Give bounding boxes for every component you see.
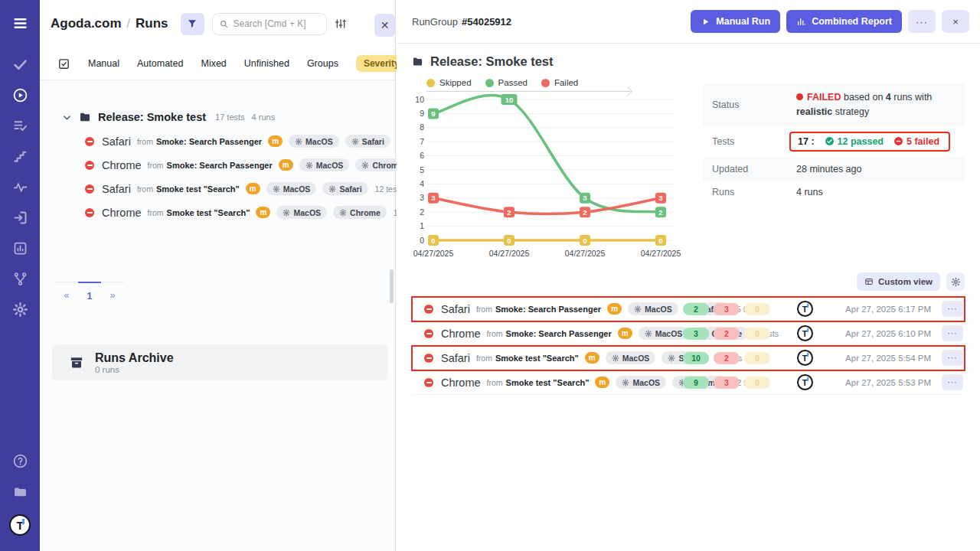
projects-folder-icon[interactable] [5,476,35,507]
combined-report-button[interactable]: Combined Report [786,10,902,33]
run-group-row[interactable]: Release: Smoke test 17 tests 4 runs [40,105,395,129]
branches-icon[interactable] [5,263,35,294]
runs-archive-bar[interactable]: Runs Archive 0 runs [52,344,388,380]
tab-unfinished[interactable]: Unfinished [244,58,289,69]
run-name[interactable]: Safari [441,352,470,364]
analytics-bar-chart-icon[interactable] [5,233,35,263]
runs-panel-content: Release: Smoke test 17 tests 4 runs Safa… [40,80,395,551]
tests-passed: 12 passed [825,136,884,147]
avatar: T [797,325,813,341]
check-circle-icon [825,136,835,146]
runs-list-panel: Agoda.com / Runs ✕ Manual Automated Mixe… [40,0,396,551]
pagination-page-1[interactable]: 1 [78,282,101,302]
row-more-button[interactable]: ··· [942,301,963,317]
result-counts: 10 2 0 [683,352,784,364]
table-row[interactable]: Chrome from Smoke test "Search" m MacOS … [412,370,965,395]
archive-box-icon [69,355,84,370]
table-row[interactable]: Safari from Smoke test "Search" m MacOS … [412,346,965,370]
run-name[interactable]: Safari [102,183,131,195]
gear-icon [645,330,652,337]
svg-text:10: 10 [505,96,514,104]
pagination-prev[interactable]: « [55,282,78,302]
legend-skipped: Skipped [426,78,472,87]
table-row[interactable]: Safari from Smoke: Search Passenger m Ma… [412,297,965,321]
view-options-sliders-icon[interactable] [335,18,347,30]
row-more-button[interactable]: ··· [942,374,963,390]
manual-badge: m [256,207,270,218]
failed-count: 3 [714,377,740,389]
app-logo[interactable]: T [5,510,35,540]
search-box[interactable] [212,13,327,35]
svg-text:9: 9 [431,109,435,118]
run-name[interactable]: Chrome [441,328,481,340]
svg-text:3: 3 [583,194,586,202]
gear-icon [668,354,675,362]
settings-gear-icon[interactable] [5,294,35,324]
run-source: Smoke test "Search" [167,208,250,217]
run-from-label: from [476,354,492,363]
gear-icon [634,305,642,313]
run-source: Smoke test "Search" [156,184,240,194]
svg-text:10: 10 [415,95,424,104]
detail-content: Release: Smoke test Skipped Passed Faile… [397,54,980,395]
select-runs-icon[interactable] [57,57,70,70]
runs-play-circle-icon[interactable] [5,80,35,110]
scrollbar-thumb[interactable] [390,269,394,303]
env-pill-os: MacOS [289,135,339,148]
menu-icon[interactable] [5,8,35,38]
run-item[interactable]: Safari from Smoke test "Search" m MacOS … [40,177,395,201]
updated-label: Updated [712,164,796,174]
skipped-count: 0 [744,328,770,340]
run-name[interactable]: Chrome [102,159,142,171]
run-item[interactable]: Safari from Smoke: Search Passenger m Ma… [40,129,395,153]
app-sidebar: T [0,0,40,551]
run-name[interactable]: Chrome [102,207,142,219]
table-settings-button[interactable] [946,272,965,291]
run-name[interactable]: Safari [441,303,470,315]
run-name[interactable]: Safari [102,135,131,148]
activity-pulse-icon[interactable] [5,171,35,202]
archive-title: Runs Archive [95,351,174,365]
table-toolbar: Custom view [412,272,965,291]
help-icon[interactable] [5,445,35,476]
table-row[interactable]: Chrome from Smoke: Search Passenger m Ma… [412,321,965,346]
failed-dot-icon [541,79,550,87]
avatar: T [797,301,813,317]
pagination-next[interactable]: » [101,282,124,302]
run-item[interactable]: Chrome from Smoke test "Search" m MacOS … [40,201,395,224]
svg-text:0: 0 [431,236,435,245]
filter-button[interactable] [181,13,204,35]
manual-badge: m [607,303,622,315]
svg-text:0: 0 [658,236,662,245]
tab-mixed[interactable]: Mixed [201,58,226,69]
updated-value: 28 minutes ago [796,164,956,174]
run-name[interactable]: Chrome [441,377,481,389]
funnel-icon [187,18,198,29]
import-icon[interactable] [5,202,35,233]
manual-badge: m [618,328,632,339]
row-more-button[interactable]: ··· [942,350,963,366]
more-actions-button[interactable]: ··· [908,10,936,33]
runs-tree: Release: Smoke test 17 tests 4 runs Safa… [40,80,395,224]
row-more-button[interactable]: ··· [942,325,963,341]
svg-text:3: 3 [658,194,662,202]
tests-check-icon[interactable] [5,49,35,80]
search-input[interactable] [234,18,320,29]
tab-automated[interactable]: Automated [137,58,183,69]
milestones-steps-icon[interactable] [5,141,35,171]
custom-view-button[interactable]: Custom view [857,272,940,291]
env-pill-os: MacOS [616,376,666,389]
tab-groups[interactable]: Groups [307,58,338,69]
detail-row-status: Status FAILED based on 4 runs with reali… [703,84,965,126]
skipped-count: 0 [744,352,770,364]
panel-close-button[interactable]: ✕ [374,14,395,37]
breadcrumb-project[interactable]: Agoda.com [51,16,122,31]
chevron-down-icon[interactable] [62,112,72,122]
failed-status-icon [85,137,94,146]
test-plans-list-check-icon[interactable] [5,110,35,141]
manual-run-button[interactable]: Manual Run [691,10,780,33]
run-item[interactable]: Chrome from Smoke: Search Passenger m Ma… [40,153,395,177]
tab-manual[interactable]: Manual [88,58,119,69]
close-detail-button[interactable]: × [942,10,969,33]
run-group-name[interactable]: Release: Smoke test [98,111,206,123]
